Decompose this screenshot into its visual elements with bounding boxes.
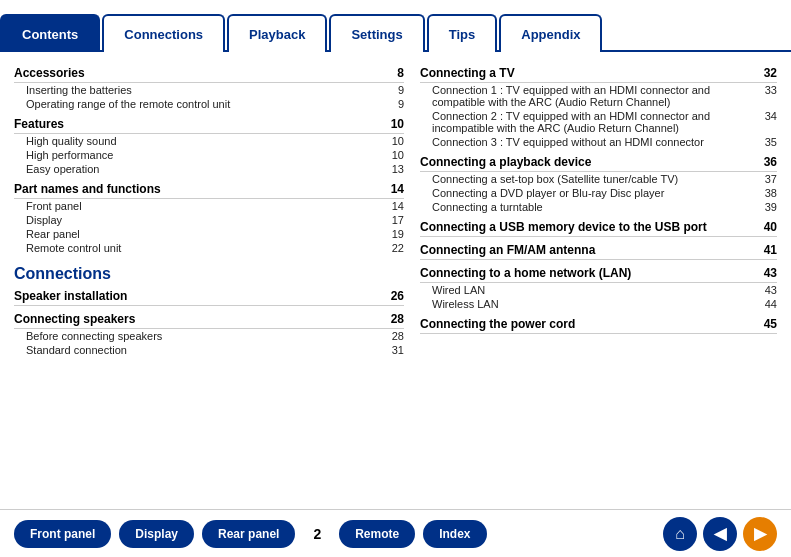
section-speaker-installation[interactable]: Speaker installation 26: [14, 287, 404, 306]
forward-button[interactable]: ▶: [743, 517, 777, 551]
footer-nav-buttons: Front panel Display Rear panel 2 Remote …: [14, 520, 487, 548]
list-item[interactable]: Display 17: [14, 213, 404, 227]
list-item[interactable]: Rear panel 19: [14, 227, 404, 241]
tab-playback[interactable]: Playback: [227, 14, 327, 52]
rear-panel-button[interactable]: Rear panel: [202, 520, 295, 548]
front-panel-button[interactable]: Front panel: [14, 520, 111, 548]
connections-big-header: Connections: [14, 265, 404, 283]
section-lan[interactable]: Connecting to a home network (LAN) 43: [420, 264, 777, 283]
index-button[interactable]: Index: [423, 520, 486, 548]
list-item[interactable]: Remote control unit 22: [14, 241, 404, 255]
section-connecting-speakers[interactable]: Connecting speakers 28: [14, 310, 404, 329]
forward-icon: ▶: [754, 524, 766, 543]
back-icon: ◀: [714, 524, 726, 543]
list-item[interactable]: Wireless LAN 44: [420, 297, 777, 311]
right-column: Connecting a TV 32 Connection 1 : TV equ…: [420, 60, 777, 501]
list-item[interactable]: Inserting the batteries 9: [14, 83, 404, 97]
tab-appendix[interactable]: Appendix: [499, 14, 602, 52]
display-button[interactable]: Display: [119, 520, 194, 548]
tab-contents[interactable]: Contents: [0, 14, 100, 52]
remote-button[interactable]: Remote: [339, 520, 415, 548]
list-item[interactable]: Connecting a set-top box (Satellite tune…: [420, 172, 777, 186]
list-item[interactable]: Before connecting speakers 28: [14, 329, 404, 343]
list-item[interactable]: Connection 1 : TV equipped with an HDMI …: [420, 83, 777, 109]
tab-tips[interactable]: Tips: [427, 14, 498, 52]
list-item[interactable]: Operating range of the remote control un…: [14, 97, 404, 111]
section-playback-device[interactable]: Connecting a playback device 36: [420, 153, 777, 172]
section-connecting-tv[interactable]: Connecting a TV 32: [420, 64, 777, 83]
footer: Front panel Display Rear panel 2 Remote …: [0, 509, 791, 557]
home-button[interactable]: ⌂: [663, 517, 697, 551]
tab-bar: Contents Connections Playback Settings T…: [0, 0, 791, 52]
section-part-names[interactable]: Part names and functions 14: [14, 180, 404, 199]
footer-pagination: ⌂ ◀ ▶: [663, 517, 777, 551]
list-item[interactable]: Connection 2 : TV equipped with an HDMI …: [420, 109, 777, 135]
list-item[interactable]: Standard connection 31: [14, 343, 404, 357]
list-item[interactable]: Connecting a turntable 39: [420, 200, 777, 214]
list-item[interactable]: High quality sound 10: [14, 134, 404, 148]
tab-connections[interactable]: Connections: [102, 14, 225, 52]
section-power-cord[interactable]: Connecting the power cord 45: [420, 315, 777, 334]
list-item[interactable]: Connection 3 : TV equipped without an HD…: [420, 135, 777, 149]
section-features[interactable]: Features 10: [14, 115, 404, 134]
section-usb[interactable]: Connecting a USB memory device to the US…: [420, 218, 777, 237]
list-item[interactable]: Front panel 14: [14, 199, 404, 213]
section-accessories[interactable]: Accessories 8: [14, 64, 404, 83]
main-content: Accessories 8 Inserting the batteries 9 …: [0, 52, 791, 509]
left-column: Accessories 8 Inserting the batteries 9 …: [14, 60, 404, 501]
list-item[interactable]: High performance 10: [14, 148, 404, 162]
page-number: 2: [303, 526, 331, 542]
back-button[interactable]: ◀: [703, 517, 737, 551]
list-item[interactable]: Wired LAN 43: [420, 283, 777, 297]
list-item[interactable]: Easy operation 13: [14, 162, 404, 176]
tab-settings[interactable]: Settings: [329, 14, 424, 52]
list-item[interactable]: Connecting a DVD player or Blu-ray Disc …: [420, 186, 777, 200]
home-icon: ⌂: [675, 525, 685, 543]
section-fmam[interactable]: Connecting an FM/AM antenna 41: [420, 241, 777, 260]
